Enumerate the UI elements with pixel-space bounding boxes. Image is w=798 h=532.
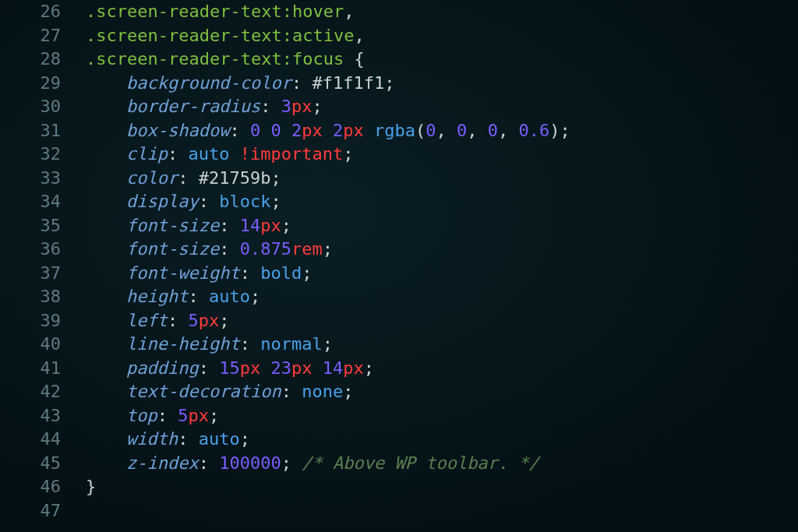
code-editor[interactable]: 2627282930313233343536373839404142434445… — [0, 0, 798, 532]
line-number: 45 — [0, 452, 75, 476]
token-punc: } — [86, 477, 96, 496]
code-line[interactable]: line-height: normal; — [86, 333, 570, 357]
token-punc: ; — [270, 168, 281, 188]
code-line[interactable]: .screen-reader-text:focus { — [86, 48, 570, 72]
token-punc: : — [178, 168, 199, 188]
code-line[interactable]: border-radius: 3px; — [86, 95, 570, 119]
token-num: 0 — [488, 121, 498, 140]
code-line[interactable]: width: auto; — [86, 428, 570, 452]
code-line[interactable]: box-shadow: 0 0 2px 2px rgba(0, 0, 0, 0.… — [86, 119, 570, 143]
token-val: auto — [209, 287, 250, 306]
token-prop: text-decoration — [126, 382, 281, 401]
line-number: 47 — [0, 499, 75, 523]
code-line[interactable]: font-size: 0.875rem; — [86, 238, 570, 262]
token-punc: ; — [281, 216, 291, 235]
token-punc: , — [354, 26, 364, 45]
line-number: 32 — [0, 143, 75, 167]
token-sel: .screen-reader-text:active — [86, 26, 354, 45]
line-number: 26 — [0, 0, 75, 24]
token-punc: ; — [323, 239, 333, 259]
token-fn: rgba — [374, 121, 415, 140]
token-punc: , — [344, 2, 354, 21]
code-line[interactable]: font-size: 14px; — [86, 214, 570, 238]
token-unit: px — [240, 358, 261, 378]
token-punc: : — [219, 239, 240, 259]
token-punc — [323, 121, 333, 140]
line-number: 33 — [0, 167, 75, 191]
token-punc: ; — [270, 192, 281, 211]
token-val: auto — [199, 429, 240, 449]
line-number: 39 — [0, 309, 75, 333]
token-val: auto — [188, 144, 229, 164]
code-line[interactable]: .screen-reader-text:active, — [86, 24, 570, 48]
token-prop: color — [126, 168, 178, 188]
token-sel: .screen-reader-text:focus — [86, 49, 344, 69]
code-line[interactable]: background-color: #f1f1f1; — [86, 72, 570, 96]
token-punc: : — [199, 453, 220, 473]
token-unit: px — [189, 406, 210, 425]
token-prop: clip — [126, 144, 168, 164]
code-line[interactable]: font-weight: bold; — [86, 262, 570, 286]
code-line[interactable]: } — [86, 475, 570, 499]
code-line[interactable]: left: 5px; — [86, 309, 570, 333]
token-punc: : — [199, 358, 220, 378]
token-unit: px — [291, 358, 312, 378]
token-num: 5 — [178, 406, 188, 425]
token-punc: ; — [240, 429, 250, 449]
token-punc: , — [498, 121, 519, 140]
token-hex: #21759b — [199, 168, 271, 188]
token-val: block — [219, 192, 270, 211]
line-number: 35 — [0, 214, 75, 238]
token-punc: ) — [549, 121, 560, 140]
token-prop: top — [126, 406, 157, 425]
token-sel: .screen-reader-text:hover — [86, 2, 344, 21]
token-prop: z-index — [126, 453, 199, 473]
line-number: 30 — [0, 95, 75, 119]
token-num: 23 — [270, 358, 291, 378]
line-number: 31 — [0, 119, 75, 143]
code-line[interactable]: height: auto; — [86, 285, 570, 309]
token-unit: px — [291, 97, 312, 116]
code-line[interactable]: clip: auto !important; — [86, 143, 570, 167]
line-number: 36 — [0, 238, 75, 262]
token-punc: : — [188, 287, 209, 306]
token-unit: px — [302, 121, 323, 140]
token-punc: { — [344, 49, 365, 69]
code-line[interactable]: text-decoration: none; — [86, 380, 570, 404]
token-prop: box-shadow — [126, 121, 229, 140]
token-prop: width — [126, 429, 178, 449]
token-punc: ; — [312, 97, 322, 116]
code-line[interactable]: z-index: 100000; /* Above WP toolbar. */ — [86, 452, 570, 476]
token-hex: #f1f1f1 — [312, 73, 384, 93]
code-line[interactable]: padding: 15px 23px 14px; — [86, 357, 570, 381]
token-num: 0 — [270, 121, 281, 140]
token-unit: px — [343, 121, 364, 140]
line-number-gutter: 2627282930313233343536373839404142434445… — [0, 0, 75, 532]
token-punc: ; — [209, 406, 219, 425]
token-val: bold — [260, 263, 302, 283]
token-punc: , — [467, 121, 488, 140]
token-punc: ; — [364, 358, 374, 378]
token-punc — [364, 121, 374, 140]
token-punc — [312, 358, 322, 378]
code-line[interactable]: color: #21759b; — [86, 167, 570, 191]
code-line[interactable]: .screen-reader-text:hover, — [86, 0, 570, 24]
token-punc: ; — [250, 287, 260, 306]
code-area[interactable]: .screen-reader-text:hover,.screen-reader… — [86, 0, 570, 523]
line-number: 42 — [0, 380, 75, 404]
token-punc: ; — [343, 382, 353, 401]
code-line[interactable]: top: 5px; — [86, 404, 570, 428]
token-num: 0.6 — [518, 121, 549, 140]
code-line[interactable]: display: block; — [86, 190, 570, 214]
line-number: 41 — [0, 357, 75, 381]
token-punc: : — [157, 406, 178, 425]
token-punc: ; — [323, 334, 333, 354]
token-val: none — [302, 382, 343, 401]
token-punc — [260, 121, 270, 140]
token-comm: /* Above WP toolbar. */ — [302, 453, 539, 473]
line-number: 37 — [0, 262, 75, 286]
code-line[interactable] — [86, 499, 570, 523]
token-punc: ( — [415, 121, 425, 140]
token-punc: : — [168, 144, 189, 164]
token-num: 15 — [219, 358, 240, 378]
